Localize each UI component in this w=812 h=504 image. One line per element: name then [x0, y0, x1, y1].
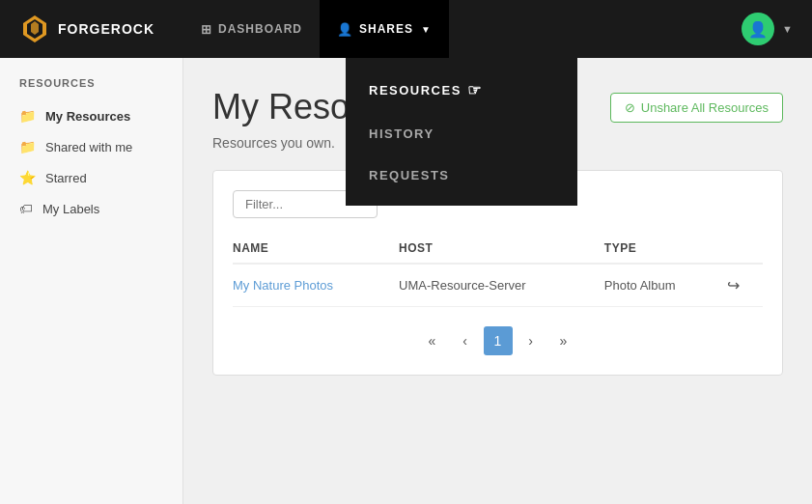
- dropdown-item-history[interactable]: HISTORY: [346, 113, 577, 154]
- resource-host-cell: UMA-Resource-Server: [399, 264, 604, 307]
- user-area: 👤 ▼: [742, 13, 793, 45]
- pagination-next[interactable]: ›: [517, 326, 546, 355]
- sidebar-item-starred[interactable]: ⭐ Starred: [0, 162, 182, 193]
- resources-table: NAME HOST TYPE My Nature Photos UMA-Reso…: [233, 234, 763, 307]
- resource-name-cell: My Nature Photos: [233, 264, 399, 307]
- resource-type-cell: Photo Album: [604, 264, 727, 307]
- resource-action-cell: ↪: [727, 264, 763, 307]
- shares-icon: 👤: [337, 22, 353, 37]
- pagination-last[interactable]: »: [549, 326, 578, 355]
- ban-icon: ⊘: [625, 100, 635, 115]
- resource-name-link[interactable]: My Nature Photos: [233, 278, 333, 293]
- user-dropdown-arrow[interactable]: ▼: [782, 23, 793, 35]
- folder-icon-shared: 📁: [19, 139, 36, 154]
- pagination-current[interactable]: 1: [484, 326, 513, 355]
- star-icon: ⭐: [19, 170, 36, 185]
- col-header-host: HOST: [399, 234, 604, 264]
- logo-area: FORGEROCK: [19, 14, 154, 44]
- sidebar-section-title: RESOURCES: [0, 77, 182, 100]
- user-icon: 👤: [748, 20, 768, 39]
- nav-shares[interactable]: 👤 SHARES ▼: [320, 0, 449, 58]
- pagination: « ‹ 1 › »: [233, 326, 763, 355]
- table-row: My Nature Photos UMA-Resource-Server Pho…: [233, 264, 763, 307]
- nav-links: ⊞ DASHBOARD 👤 SHARES ▼: [183, 0, 742, 58]
- col-header-name: NAME: [233, 234, 399, 264]
- folder-icon-my-resources: 📁: [19, 108, 36, 124]
- logo-text: FORGEROCK: [58, 21, 154, 37]
- unshare-all-button[interactable]: ⊘ Unshare All Resources: [610, 93, 783, 123]
- shares-dropdown-menu: RESOURCES ☞ HISTORY REQUESTS: [346, 58, 577, 206]
- user-avatar[interactable]: 👤: [742, 13, 774, 45]
- table-body: My Nature Photos UMA-Resource-Server Pho…: [233, 264, 763, 307]
- top-nav: FORGEROCK ⊞ DASHBOARD 👤 SHARES ▼ 👤 ▼ RES…: [0, 0, 812, 58]
- label-icon: 🏷: [19, 201, 33, 216]
- sidebar-item-my-resources[interactable]: 📁 My Resources: [0, 100, 182, 131]
- pagination-first[interactable]: «: [418, 326, 447, 355]
- sidebar: RESOURCES 📁 My Resources 📁 Shared with m…: [0, 58, 183, 504]
- col-header-type: TYPE: [604, 234, 727, 264]
- col-header-actions: [727, 234, 763, 264]
- cursor-icon: ☞: [467, 81, 483, 99]
- pagination-prev[interactable]: ‹: [451, 326, 480, 355]
- nav-dashboard[interactable]: ⊞ DASHBOARD: [183, 0, 320, 58]
- sidebar-item-my-labels[interactable]: 🏷 My Labels: [0, 193, 182, 224]
- table-header: NAME HOST TYPE: [233, 234, 763, 264]
- dropdown-item-requests[interactable]: REQUESTS: [346, 154, 577, 196]
- dashboard-icon: ⊞: [201, 22, 212, 37]
- forgerock-logo-icon: [19, 14, 50, 44]
- dropdown-item-resources[interactable]: RESOURCES ☞: [346, 68, 577, 113]
- shares-dropdown-arrow: ▼: [421, 24, 432, 35]
- share-icon[interactable]: ↪: [727, 277, 740, 294]
- sidebar-item-shared-with-me[interactable]: 📁 Shared with me: [0, 131, 182, 162]
